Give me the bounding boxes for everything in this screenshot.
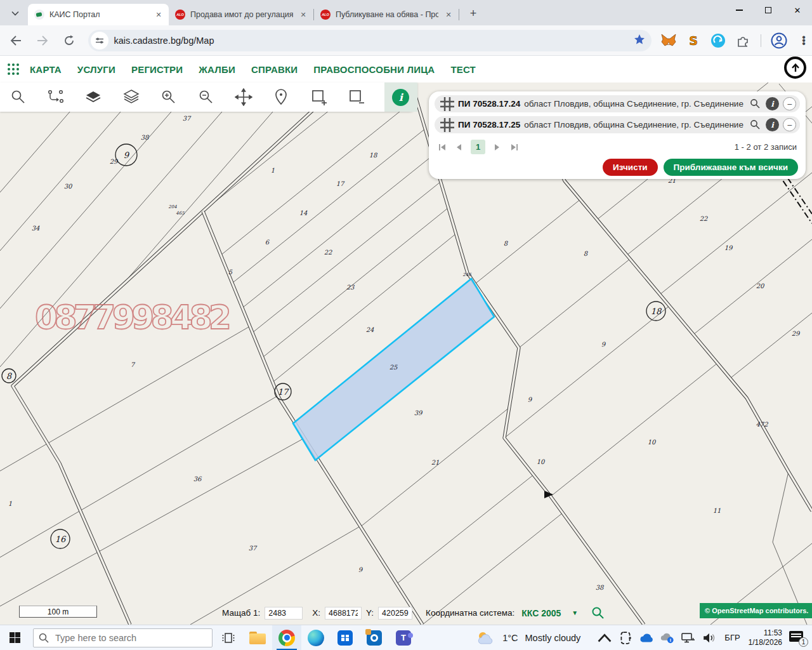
circle-arrow-extension-icon[interactable] [710, 32, 726, 49]
edge-button[interactable] [301, 625, 331, 650]
tab-close-icon[interactable]: ✕ [298, 10, 308, 20]
parcel-grid-icon [440, 118, 454, 132]
location-pin-icon[interactable] [272, 88, 291, 107]
start-button[interactable] [0, 625, 29, 650]
metamask-icon[interactable] [660, 32, 677, 49]
menu-kebab-icon[interactable]: ••• [796, 32, 812, 49]
x-input[interactable] [325, 607, 362, 620]
weather-temp[interactable]: 1°C [502, 633, 518, 643]
taskbar-search[interactable] [33, 628, 213, 647]
network-icon[interactable] [681, 631, 695, 645]
svg-text:1: 1 [271, 167, 275, 174]
windows-logo-icon [10, 632, 20, 643]
last-page-icon[interactable] [508, 142, 520, 153]
chrome-icon [278, 630, 295, 646]
rect-select-add-icon[interactable] [310, 88, 329, 107]
onedrive-icon[interactable] [639, 631, 653, 645]
reload-icon[interactable] [58, 30, 80, 51]
tab-search-chevron-icon[interactable] [6, 4, 24, 22]
measure-tool-icon[interactable] [46, 88, 65, 107]
zoom-out-icon[interactable] [197, 88, 216, 107]
y-input[interactable] [378, 607, 412, 620]
apps-grid-icon[interactable] [7, 62, 21, 76]
site-info-icon[interactable] [91, 32, 108, 50]
panel-buttons: Изчисти Приближаване към всички [429, 154, 806, 176]
page-number[interactable]: 1 [471, 140, 485, 154]
svg-text:0877998482: 0877998482 [35, 298, 232, 336]
teams-button[interactable]: T [389, 625, 418, 650]
result-row[interactable]: ПИ 70528.17.24 област Пловдив, община Съ… [435, 95, 800, 112]
svg-text:25: 25 [390, 364, 398, 371]
s-extension-icon[interactable]: S [685, 32, 702, 49]
layers-outline-icon[interactable] [122, 88, 141, 107]
attribution-text[interactable]: © OpenStreetMap contributors. [705, 607, 808, 614]
tab-separator [459, 9, 459, 20]
scale-input[interactable] [265, 607, 303, 620]
row-zoom-icon[interactable] [748, 97, 762, 111]
row-remove-icon[interactable]: − [783, 97, 796, 110]
window-maximize-icon[interactable] [754, 0, 783, 20]
nav-item-registri[interactable]: РЕГИСТРИ [131, 64, 183, 75]
clock[interactable]: 11:53 1/18/2026 [749, 628, 782, 647]
task-view-button[interactable] [214, 625, 243, 650]
notification-button[interactable]: 1 [789, 631, 806, 645]
nav-item-spravki[interactable]: СПРАВКИ [251, 64, 298, 75]
map-search-icon[interactable] [9, 88, 28, 107]
volume-icon[interactable] [702, 631, 716, 645]
info-tool-icon[interactable]: i [392, 89, 409, 106]
tab-kais-portal[interactable]: КАИС Портал ✕ [28, 4, 169, 25]
nav-item-zhalbi[interactable]: ЖАЛБИ [199, 64, 235, 75]
tray-chevron-icon[interactable] [598, 631, 612, 645]
outlook-icon [367, 630, 382, 646]
nav-item-karta[interactable]: КАРТА [30, 64, 62, 75]
nav-item-pravosposobni-lica[interactable]: ПРАВОСПОСОБНИ ЛИЦА [313, 64, 435, 75]
forward-icon[interactable] [32, 30, 53, 51]
prev-page-icon[interactable] [454, 142, 465, 153]
tab-close-icon[interactable]: ✕ [443, 10, 454, 20]
back-icon[interactable] [5, 30, 27, 51]
weather-desc[interactable]: Mostly cloudy [525, 633, 581, 643]
row-info-icon[interactable]: i [766, 97, 779, 110]
row-info-icon[interactable]: i [766, 118, 779, 131]
crs-value[interactable]: ККС 2005 [521, 608, 561, 618]
tab-close-icon[interactable]: ✕ [154, 10, 164, 20]
language-indicator[interactable]: БГР [724, 633, 740, 642]
cloud-info-icon[interactable]: i [660, 631, 674, 645]
nav-item-test[interactable]: ТЕСТ [450, 64, 476, 75]
pan-icon[interactable] [234, 88, 253, 107]
taskbar-search-input[interactable] [55, 633, 195, 643]
bookmark-star-icon[interactable] [634, 34, 645, 48]
rect-select-remove-icon[interactable] [347, 88, 366, 107]
row-zoom-icon[interactable] [748, 118, 762, 132]
phone-link-icon[interactable] [619, 631, 632, 645]
window-close-icon[interactable]: ✕ [783, 0, 812, 20]
info-tool-tile[interactable]: i [384, 83, 417, 112]
window-minimize-icon[interactable] [724, 0, 754, 20]
store-button[interactable] [331, 625, 360, 650]
first-page-icon[interactable] [436, 142, 448, 153]
url-text[interactable]: kais.cadastre.bg/bg/Map [114, 36, 634, 46]
zoom-in-icon[interactable] [159, 88, 178, 107]
svg-text:20: 20 [756, 282, 765, 289]
file-explorer-button[interactable] [243, 625, 272, 650]
tab-alo-listing[interactable]: ALO Продава имот до регулация в ✕ [169, 4, 313, 25]
row-remove-icon[interactable]: − [783, 118, 796, 131]
clear-button[interactable]: Изчисти [603, 159, 657, 176]
address-bar[interactable]: kais.cadastre.bg/bg/Map [88, 30, 652, 51]
crs-dropdown-arrow-icon[interactable]: ▼ [572, 609, 578, 616]
new-tab-icon[interactable]: + [464, 4, 482, 22]
svg-text:5: 5 [228, 269, 233, 275]
next-page-icon[interactable] [491, 142, 502, 153]
result-row[interactable]: ПИ 70528.17.25 област Пловдив, община Съ… [435, 116, 800, 133]
chrome-button[interactable] [272, 625, 301, 650]
statusbar-search-icon[interactable] [591, 606, 605, 620]
layers-filled-icon[interactable] [84, 88, 103, 107]
tab-alo-publish[interactable]: ALO Публикуване на обява - Прод ✕ [314, 4, 459, 25]
outlook-button[interactable] [360, 625, 389, 650]
zoom-to-all-button[interactable]: Приближаване към всички [664, 159, 798, 176]
profile-avatar-icon[interactable] [771, 32, 787, 49]
extensions-puzzle-icon[interactable] [735, 32, 751, 49]
scroll-top-button[interactable] [784, 56, 806, 79]
nav-item-uslugi[interactable]: УСЛУГИ [77, 64, 115, 75]
teams-icon: T [396, 630, 411, 646]
